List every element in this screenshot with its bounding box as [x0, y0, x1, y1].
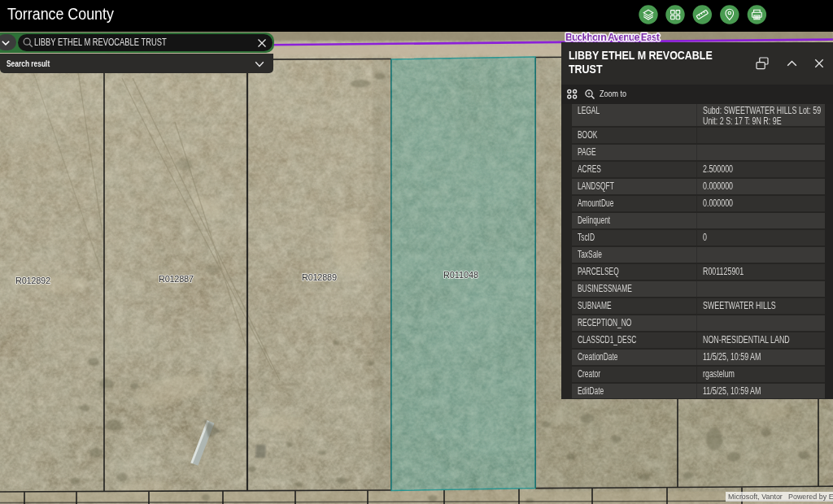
- svg-text:Buckhorn Avenue East: Buckhorn Avenue East: [565, 32, 661, 43]
- svg-text:R012889: R012889: [302, 272, 337, 282]
- svg-text:R011048: R011048: [443, 270, 478, 280]
- svg-text:R012892: R012892: [15, 276, 50, 285]
- svg-text:R012887: R012887: [159, 274, 194, 284]
